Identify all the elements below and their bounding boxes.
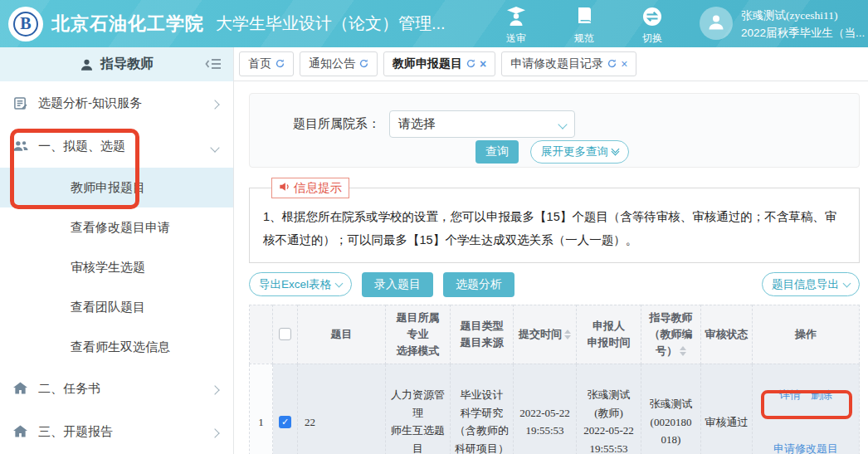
add-topic-button[interactable]: 录入题目 [362,272,433,297]
sidebar-collapse-icon[interactable] [205,57,222,74]
detail-link[interactable]: 详情 [779,386,801,403]
sidebar-role-header: 指导教师 [0,47,233,81]
row-index: 1 [250,364,273,454]
delete-link[interactable]: 删除 [811,386,832,403]
info-notice-box: 信息提示 1、根据您所在院系或学校的设置，您可以申报最多【15】个题目（含等待审… [249,188,860,263]
sidebar-item-teacher-declare-topic[interactable]: 教师申报题目 [0,168,233,207]
topics-table: 题目 题目所属 专业 选择模式 题目类型 题目来源 提交时间 申报人 申报时间 … [249,305,860,454]
document-pen-icon [13,96,28,110]
refresh-icon[interactable] [607,57,617,71]
column-header-major-mode: 题目所属 专业 选择模式 [386,305,451,364]
user-avatar[interactable] [700,7,733,40]
refresh-icon[interactable] [359,57,368,71]
sidebar-item-opening-report[interactable]: 三、开题报告 [0,410,233,453]
sidebar-item-topic-analysis-service[interactable]: 选题分析-知识服务 [0,81,233,124]
cell-applicant-time: 张彧测试 (教师) 2022-05-22 19:55:53 [577,364,641,454]
select-all-checkbox[interactable] [279,328,291,340]
cell-status: 审核通过 [701,364,753,454]
sidebar-item-view-modify-topic-request[interactable]: 查看修改题目申请 [0,207,233,247]
switch-action[interactable]: 切换 [632,7,672,46]
sidebar-item-label: 二、任务书 [38,381,100,397]
sidebar-item-label: 查看团队题目 [71,300,145,315]
column-header-operations: 操作 [753,305,860,364]
expand-more-label: 展开更多查询 [541,144,608,159]
select-all-header [273,305,298,364]
close-icon[interactable]: × [621,58,627,70]
double-chevron-down-icon [612,149,618,154]
sort-icon[interactable] [680,346,686,356]
sidebar-item-review-student-selection[interactable]: 审核学生选题 [0,247,233,287]
standards-label: 规范 [574,32,594,46]
export-excel-label: 导出Excel表格 [259,277,331,292]
refresh-icon[interactable] [276,57,285,71]
user-info[interactable]: 张彧测试(zyceshi11) 2022届秋季毕业生（当... [741,7,865,41]
home-icon [13,382,28,395]
table-row: 1 ✓ 22 人力资源管理 师生互选题目 毕业设计 科学研究（含教师的科研项目）… [250,364,860,454]
school-name: 北京石油化工学院 [51,12,204,37]
cell-type-source: 毕业设计 科学研究（含教师的科研项目） [451,364,514,454]
department-select[interactable]: 请选择 [389,110,575,138]
send-review-action[interactable]: 送审 [496,7,536,46]
column-header-status: 审核状态 [701,305,753,364]
refresh-icon[interactable] [466,57,475,71]
tab-modify-topic-records[interactable]: 申请修改题目记录 × [501,51,636,76]
sidebar-item-view-mutual-selection-info[interactable]: 查看师生双选信息 [0,327,233,367]
column-header-topic: 题目 [298,305,386,364]
user-name: 张彧测试(zyceshi11) [741,7,865,24]
department-select-value: 请选择 [398,116,436,132]
sidebar-item-label: 选题分析-知识服务 [38,95,142,111]
column-header-advisor[interactable]: 指导教师 （教师编 号） [641,305,701,364]
chevron-right-icon [210,100,219,109]
table-toolbar: 导出Excel表格 录入题目 选题分析 题目信息导出 [249,271,860,298]
expand-more-search-button[interactable]: 展开更多查询 [530,140,629,164]
department-label: 题目所属院系： [293,116,380,132]
speaker-icon [279,181,290,195]
cell-operations: 详情 删除 申请修改题目 [753,364,860,454]
sidebar-item-topic-selection[interactable]: 一、拟题、选题 [0,124,233,168]
row-checkbox-checked[interactable]: ✓ [279,416,291,428]
role-person-icon [80,57,94,71]
cell-topic: 22 [298,364,386,454]
app-root: B 北京石油化工学院 大学生毕业设计（论文）管理... 送审 [0,0,868,454]
cell-major-mode: 人力资源管理 师生互选题目 [386,364,451,454]
cell-submit-time: 2022-05-22 19:55:53 [514,364,577,454]
notice-text: 1、根据您所在院系或学校的设置，您可以申报最多【15】个题目（含等待审核、审核通… [263,205,846,252]
export-excel-button[interactable]: 导出Excel表格 [249,272,352,296]
tab-home[interactable]: 首页 [239,51,294,76]
tab-label: 通知公告 [309,56,355,71]
close-icon[interactable]: × [480,58,486,70]
role-title: 指导教师 [100,56,154,73]
sidebar-item-label: 查看修改题目申请 [71,220,170,236]
chevron-right-icon [210,428,219,437]
sidebar-item-label: 查看师生双选信息 [71,339,170,355]
column-header-applicant-time: 申报人 申报时间 [577,305,641,364]
school-logo-emblem: B [13,12,38,37]
table-header-row: 题目 题目所属 专业 选择模式 题目类型 题目来源 提交时间 申报人 申报时间 … [250,305,860,364]
search-filter-panel: 题目所属院系： 请选择 查询 展开更多查询 [249,93,860,168]
sort-icon[interactable] [564,330,571,339]
tab-notices[interactable]: 通知公告 [300,51,378,76]
school-logo: B [8,7,43,41]
home-icon [13,425,28,438]
notice-legend: 信息提示 [271,178,349,198]
export-topic-info-button[interactable]: 题目信息导出 [762,272,860,296]
graduate-person-icon [505,7,527,30]
sidebar-item-label: 三、开题报告 [38,424,113,440]
tab-teacher-declare-topic[interactable]: 教师申报题目 × [383,51,495,76]
sidebar-item-task-book[interactable]: 二、任务书 [0,367,233,410]
user-term: 2022届秋季毕业生（当... [741,24,865,41]
main-content: 首页 通知公告 教师申报题目 × 申请修改题目记录 [234,47,868,454]
system-title: 大学生毕业设计（论文）管理... [216,12,446,35]
topic-analysis-button[interactable]: 选题分析 [443,272,514,297]
sidebar-item-view-team-topics[interactable]: 查看团队题目 [0,287,233,327]
column-header-submit-time[interactable]: 提交时间 [514,305,577,364]
search-button[interactable]: 查询 [475,140,519,164]
chevron-down-icon [843,279,851,287]
notice-title: 信息提示 [294,180,342,196]
standards-action[interactable]: 规范 [564,7,604,46]
apply-modify-topic-link[interactable]: 申请修改题目 [773,442,838,454]
sidebar: 指导教师 选题分析-知识服务 [0,47,234,454]
tab-label: 申请修改题目记录 [510,56,603,71]
sidebar-item-label: 教师申报题目 [71,180,145,196]
tab-bar: 首页 通知公告 教师申报题目 × 申请修改题目记录 [234,47,868,81]
